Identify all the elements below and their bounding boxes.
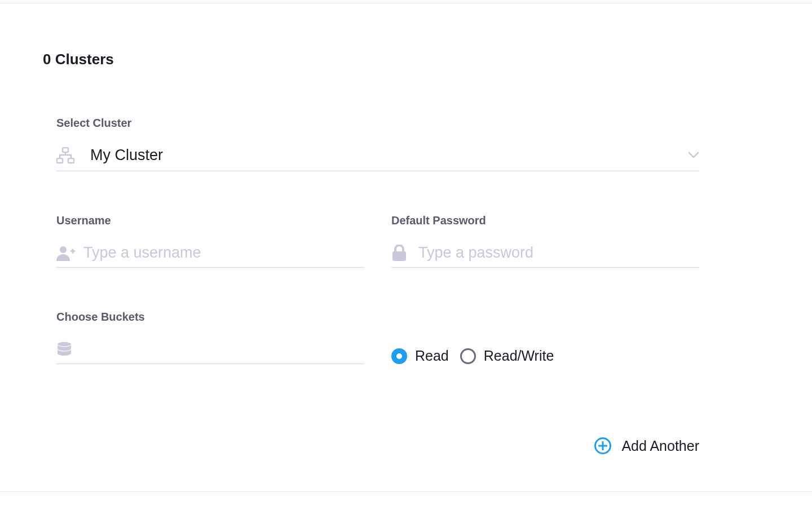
password-label: Default Password <box>391 214 699 227</box>
access-read-label: Read <box>415 348 449 364</box>
access-radio-read[interactable]: Read <box>391 348 449 364</box>
radio-selected-icon <box>391 348 407 364</box>
page-title: 0 Clusters <box>43 51 699 68</box>
svg-rect-0 <box>63 148 68 152</box>
user-add-icon <box>56 245 83 261</box>
access-radio-group: Read Read/Write <box>391 348 554 364</box>
select-cluster-dropdown[interactable]: My Cluster <box>56 147 699 171</box>
choose-buckets-label: Choose Buckets <box>56 311 364 324</box>
svg-rect-1 <box>57 158 63 163</box>
svg-rect-2 <box>68 158 74 163</box>
access-readwrite-label: Read/Write <box>484 348 554 364</box>
buckets-input[interactable] <box>83 340 364 358</box>
radio-unselected-icon <box>460 348 476 364</box>
plus-circle-icon <box>594 437 611 454</box>
username-input[interactable] <box>83 244 364 262</box>
svg-rect-6 <box>392 251 406 261</box>
cluster-icon <box>56 147 90 164</box>
select-cluster-label: Select Cluster <box>56 117 699 130</box>
bottom-divider <box>0 491 812 492</box>
lock-icon <box>391 245 418 262</box>
password-input[interactable] <box>418 244 699 262</box>
add-another-label: Add Another <box>621 438 699 454</box>
username-label: Username <box>56 214 364 227</box>
access-radio-readwrite[interactable]: Read/Write <box>460 348 554 364</box>
database-icon <box>56 342 83 357</box>
chevron-down-icon <box>688 150 699 161</box>
svg-point-3 <box>60 246 67 253</box>
select-cluster-value: My Cluster <box>90 147 688 164</box>
svg-rect-5 <box>72 249 74 253</box>
add-another-button[interactable]: Add Another <box>56 437 699 454</box>
